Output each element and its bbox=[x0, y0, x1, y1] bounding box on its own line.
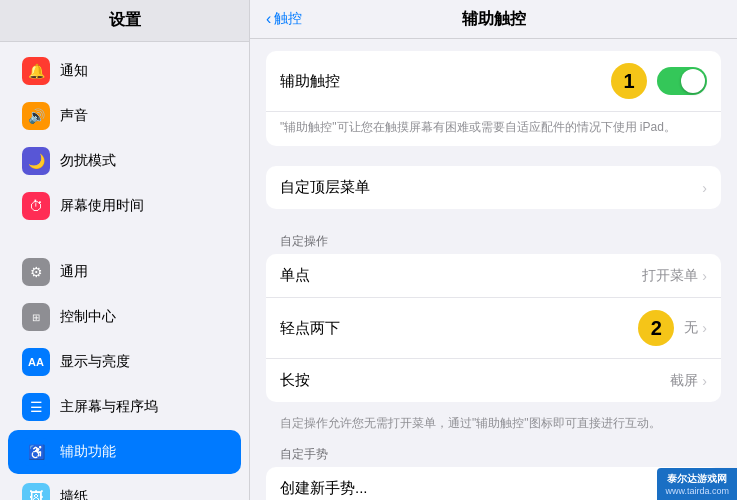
dnd-icon: 🌙 bbox=[22, 147, 50, 175]
double-tap-row[interactable]: 轻点两下 2 无 › bbox=[266, 298, 721, 359]
create-gesture-label: 创建新手势... bbox=[280, 479, 702, 498]
sidebar-item-label: 屏幕使用时间 bbox=[60, 197, 144, 215]
single-tap-row[interactable]: 单点 打开菜单 › bbox=[266, 254, 721, 298]
custom-gesture-card: 创建新手势... › bbox=[266, 467, 721, 500]
sidebar-item-general[interactable]: ⚙ 通用 bbox=[8, 250, 241, 294]
assistive-touch-toggle-card: 辅助触控 1 "辅助触控"可让您在触摸屏幕有困难或需要自适应配件的情况下使用 i… bbox=[266, 51, 721, 146]
customize-label: 自定顶层菜单 bbox=[280, 178, 702, 197]
watermark: 泰尔达游戏网 www.tairda.com bbox=[657, 468, 737, 500]
single-tap-label: 单点 bbox=[280, 266, 642, 285]
create-gesture-row[interactable]: 创建新手势... › bbox=[266, 467, 721, 500]
sidebar-item-display[interactable]: AA 显示与亮度 bbox=[8, 340, 241, 384]
wallpaper-icon: 🖼 bbox=[22, 483, 50, 500]
double-tap-label: 轻点两下 bbox=[280, 319, 638, 338]
sidebar-item-accessibility[interactable]: ♿ 辅助功能 bbox=[8, 430, 241, 474]
single-tap-value: 打开菜单 bbox=[642, 267, 698, 285]
homescreen-icon: ☰ bbox=[22, 393, 50, 421]
back-button[interactable]: ‹ 触控 bbox=[266, 10, 302, 28]
badge-2: 2 bbox=[638, 310, 674, 346]
sidebar-section-2: ⚙ 通用 ⊞ 控制中心 AA 显示与亮度 ☰ 主屏幕与程序坞 ♿ 辅助功能 🖼 … bbox=[0, 243, 249, 500]
assistive-touch-row: 辅助触控 1 bbox=[266, 51, 721, 112]
sidebar-item-label: 勿扰模式 bbox=[60, 152, 116, 170]
sidebar-item-notification[interactable]: 🔔 通知 bbox=[8, 49, 241, 93]
back-chevron-icon: ‹ bbox=[266, 10, 271, 28]
sidebar-item-dnd[interactable]: 🌙 勿扰模式 bbox=[8, 139, 241, 183]
sidebar-section-1: 🔔 通知 🔊 声音 🌙 勿扰模式 ⏱ 屏幕使用时间 bbox=[0, 42, 249, 231]
sidebar-item-label: 显示与亮度 bbox=[60, 353, 130, 371]
main-content-area: ‹ 触控 辅助触控 辅助触控 1 "辅助触控"可让您在触摸屏幕有困难或需要自适应… bbox=[250, 0, 737, 500]
sidebar-item-label: 墙纸 bbox=[60, 488, 88, 500]
section-custom-action-label: 自定操作 bbox=[266, 229, 721, 254]
back-label: 触控 bbox=[274, 10, 302, 28]
watermark-text1: 泰尔达游戏网 bbox=[667, 472, 727, 486]
chevron-right-icon: › bbox=[702, 180, 707, 196]
sidebar-header: 设置 bbox=[0, 0, 249, 42]
custom-actions-card: 单点 打开菜单 › 轻点两下 2 无 › 长按 截屏 › bbox=[266, 254, 721, 402]
custom-action-desc: 自定操作允许您无需打开菜单，通过"辅助触控"图标即可直接进行互动。 bbox=[266, 408, 721, 442]
sidebar-item-sound[interactable]: 🔊 声音 bbox=[8, 94, 241, 138]
sidebar: 设置 🔔 通知 🔊 声音 🌙 勿扰模式 ⏱ 屏幕使用时间 ⚙ 通用 ⊞ 控制中心 bbox=[0, 0, 250, 500]
chevron-right-icon: › bbox=[702, 268, 707, 284]
general-icon: ⚙ bbox=[22, 258, 50, 286]
notification-icon: 🔔 bbox=[22, 57, 50, 85]
sidebar-item-label: 通知 bbox=[60, 62, 88, 80]
sidebar-item-screen-time[interactable]: ⏱ 屏幕使用时间 bbox=[8, 184, 241, 228]
sidebar-item-label: 控制中心 bbox=[60, 308, 116, 326]
customize-top-menu-row[interactable]: 自定顶层菜单 › bbox=[266, 166, 721, 209]
control-center-icon: ⊞ bbox=[22, 303, 50, 331]
sidebar-item-wallpaper[interactable]: 🖼 墙纸 bbox=[8, 475, 241, 500]
assistive-touch-toggle[interactable] bbox=[657, 67, 707, 95]
section-custom-gesture-label: 自定手势 bbox=[266, 442, 721, 467]
page-title: 辅助触控 bbox=[462, 9, 526, 30]
chevron-right-icon: › bbox=[702, 320, 707, 336]
assistive-touch-label: 辅助触控 bbox=[280, 72, 611, 91]
sound-icon: 🔊 bbox=[22, 102, 50, 130]
long-press-row[interactable]: 长按 截屏 › bbox=[266, 359, 721, 402]
chevron-right-icon: › bbox=[702, 373, 707, 389]
double-tap-value: 无 bbox=[684, 319, 698, 337]
sidebar-item-homescreen[interactable]: ☰ 主屏幕与程序坞 bbox=[8, 385, 241, 429]
assistive-touch-desc: "辅助触控"可让您在触摸屏幕有困难或需要自适应配件的情况下使用 iPad。 bbox=[266, 112, 721, 146]
main-header: ‹ 触控 辅助触控 bbox=[250, 0, 737, 39]
sidebar-item-label: 辅助功能 bbox=[60, 443, 116, 461]
customize-menu-card: 自定顶层菜单 › bbox=[266, 166, 721, 209]
long-press-value: 截屏 bbox=[670, 372, 698, 390]
screen-time-icon: ⏱ bbox=[22, 192, 50, 220]
badge-1: 1 bbox=[611, 63, 647, 99]
display-icon: AA bbox=[22, 348, 50, 376]
watermark-text2: www.tairda.com bbox=[665, 486, 729, 496]
main-scroll-area: 辅助触控 1 "辅助触控"可让您在触摸屏幕有困难或需要自适应配件的情况下使用 i… bbox=[250, 39, 737, 500]
sidebar-item-label: 主屏幕与程序坞 bbox=[60, 398, 158, 416]
accessibility-icon: ♿ bbox=[22, 438, 50, 466]
sidebar-item-label: 声音 bbox=[60, 107, 88, 125]
sidebar-item-control-center[interactable]: ⊞ 控制中心 bbox=[8, 295, 241, 339]
sidebar-item-label: 通用 bbox=[60, 263, 88, 281]
long-press-label: 长按 bbox=[280, 371, 670, 390]
